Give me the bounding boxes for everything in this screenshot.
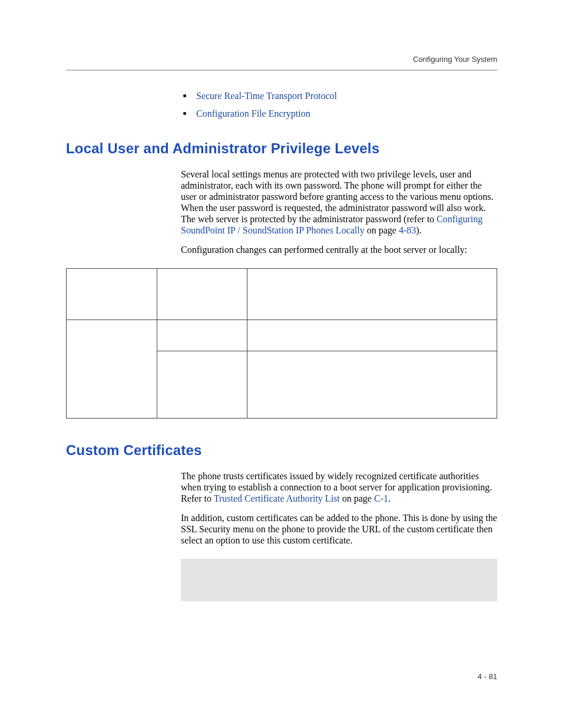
link-page-ref[interactable]: 4-83 [399, 225, 416, 235]
table-cell [67, 269, 157, 320]
table-cell [247, 269, 497, 320]
table-cell [247, 320, 497, 351]
bullet-icon [183, 112, 186, 115]
table-cell [157, 320, 247, 351]
note-placeholder [181, 559, 497, 601]
header-rule [66, 70, 497, 71]
intro-bullet-list: Secure Real-Time Transport Protocol Conf… [181, 87, 497, 123]
text-run: ). [416, 225, 421, 235]
bullet-icon [183, 94, 186, 97]
link-trusted-ca-list[interactable]: Trusted Certificate Authority List [214, 493, 340, 503]
table-row [67, 269, 497, 320]
page-content: Secure Real-Time Transport Protocol Conf… [66, 87, 497, 601]
table-row [67, 320, 497, 351]
list-item: Secure Real-Time Transport Protocol [181, 87, 497, 105]
table-cell [157, 351, 247, 419]
list-item: Configuration File Encryption [181, 105, 497, 123]
link-config-encryption[interactable]: Configuration File Encryption [196, 108, 310, 118]
heading-custom-certificates: Custom Certificates [66, 442, 497, 459]
body-text: In addition, custom certificates can be … [181, 512, 497, 546]
table-cell [157, 269, 247, 320]
text-run: on page [340, 493, 374, 503]
table-cell [247, 351, 497, 419]
link-page-ref[interactable]: C-1 [374, 493, 388, 503]
heading-privilege-levels: Local User and Administrator Privilege L… [66, 140, 497, 157]
text-run: . [388, 493, 391, 503]
body-text: The phone trusts certificates issued by … [181, 470, 497, 504]
body-text: Several local settings menus are protect… [181, 169, 497, 236]
intro-bullets-block: Secure Real-Time Transport Protocol Conf… [181, 87, 497, 123]
body-text: Configuration changes can performed cent… [181, 244, 497, 255]
link-srtp[interactable]: Secure Real-Time Transport Protocol [196, 91, 337, 101]
text-run: on page [365, 225, 399, 235]
certificates-text-block: The phone trusts certificates issued by … [181, 470, 497, 601]
config-table [66, 268, 497, 419]
privilege-text-block: Several local settings menus are protect… [181, 169, 497, 255]
table-cell [67, 320, 157, 419]
running-header: Configuring Your System [413, 55, 497, 64]
page-number: 4 - 81 [478, 672, 497, 681]
document-page: Configuring Your System Secure Real-Time… [0, 0, 562, 728]
